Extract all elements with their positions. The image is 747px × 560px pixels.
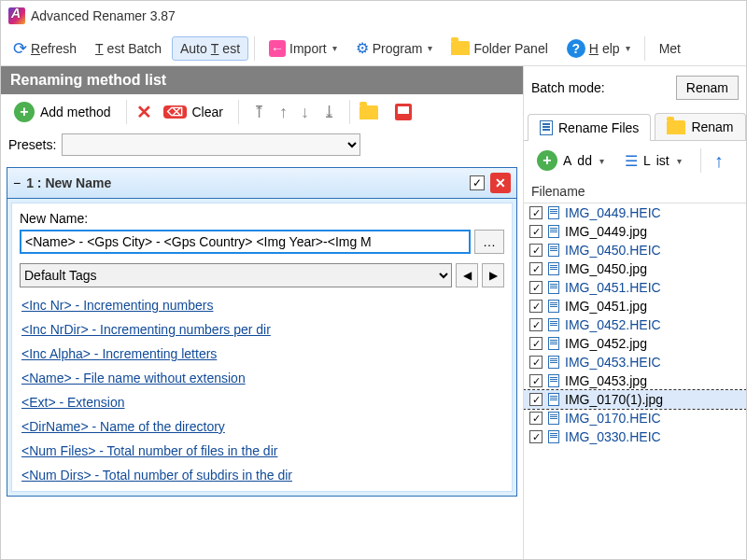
method-close-button[interactable]: ✕	[490, 173, 511, 193]
right-panel: Batch mode: Renam Rename Files Renam + A…	[524, 66, 746, 560]
file-icon	[548, 337, 559, 350]
toolbar-separator	[700, 148, 701, 173]
ellipsis-button[interactable]: …	[474, 230, 504, 254]
file-row[interactable]: ✓IMG_0450.HEIC	[524, 241, 746, 259]
file-row[interactable]: ✓IMG_0453.HEIC	[524, 353, 746, 371]
method-enabled-checkbox[interactable]: ✓	[470, 175, 485, 190]
file-checkbox[interactable]: ✓	[529, 374, 543, 387]
add-method-button[interactable]: + Add method	[8, 100, 117, 124]
file-checkbox[interactable]: ✓	[529, 430, 543, 443]
refresh-button[interactable]: ⟳ Refresh	[5, 34, 85, 63]
file-row[interactable]: ✓IMG_0170(1).jpg	[524, 390, 746, 409]
file-row[interactable]: ✓IMG_0452.jpg	[524, 334, 746, 353]
open-folder-button[interactable]	[359, 105, 378, 119]
method-toolbar: + Add method ✕ ⌫ Clear ⤒ ↑ ↓ ⤓	[1, 94, 523, 130]
tag-link[interactable]: <Inc Alpha> - Incrementing letters	[20, 342, 504, 366]
left-panel: Renaming method list + Add method ✕ ⌫ Cl…	[1, 66, 524, 560]
file-row[interactable]: ✓IMG_0170.HEIC	[524, 409, 746, 427]
file-checkbox[interactable]: ✓	[529, 356, 543, 369]
save-button[interactable]	[395, 104, 412, 120]
file-icon	[548, 356, 559, 369]
toolbar-separator	[349, 100, 350, 124]
file-name: IMG_0449.jpg	[565, 224, 647, 239]
tags-category-select[interactable]: Default Tags	[20, 263, 452, 287]
file-checkbox[interactable]: ✓	[529, 337, 543, 350]
file-icon	[548, 262, 559, 275]
met-button-truncated[interactable]: Met	[651, 36, 689, 61]
help-button[interactable]: ? Help	[558, 35, 639, 63]
file-checkbox[interactable]: ✓	[529, 262, 543, 275]
file-name: IMG_0453.jpg	[565, 373, 647, 388]
tag-link[interactable]: <Name> - File name without extension	[20, 366, 504, 390]
tag-link[interactable]: <Ext> - Extension	[20, 390, 504, 414]
column-filename-header[interactable]: Filename	[524, 180, 746, 203]
file-name: IMG_0453.HEIC	[565, 355, 661, 370]
file-checkbox[interactable]: ✓	[529, 225, 543, 238]
tag-link[interactable]: <Num Dirs> - Total number of subdirs in …	[20, 463, 504, 487]
batch-mode-label: Batch mode:	[531, 80, 605, 95]
list-button[interactable]: ☰ List	[619, 150, 687, 172]
tag-link[interactable]: <Num Files> - Total number of files in t…	[20, 439, 504, 463]
tag-link[interactable]: <DirName> - Name of the directory	[20, 414, 504, 439]
move-bottom-button[interactable]: ⤓	[318, 102, 340, 122]
collapse-icon[interactable]: −	[13, 175, 21, 190]
new-name-input[interactable]	[20, 230, 471, 254]
file-row[interactable]: ✓IMG_0451.HEIC	[524, 278, 746, 297]
file-row[interactable]: ✓IMG_0451.jpg	[524, 297, 746, 315]
add-files-button[interactable]: + Add	[531, 148, 610, 173]
folder-panel-button[interactable]: Folder Panel	[443, 36, 556, 61]
file-name: IMG_0449.HEIC	[565, 205, 661, 220]
file-name: IMG_0452.HEIC	[565, 317, 661, 332]
file-row[interactable]: ✓IMG_0330.HEIC	[524, 427, 746, 446]
toolbar-separator	[126, 100, 127, 124]
clear-button[interactable]: ⌫ Clear	[158, 103, 229, 121]
move-file-up-button[interactable]: ↑	[714, 150, 724, 172]
presets-select[interactable]	[62, 133, 360, 156]
file-icon	[548, 393, 559, 406]
test-batch-button[interactable]: Test Batch	[87, 36, 170, 61]
file-checkbox[interactable]: ✓	[529, 244, 543, 257]
file-list: ✓IMG_0449.HEIC✓IMG_0449.jpg✓IMG_0450.HEI…	[524, 203, 746, 446]
file-row[interactable]: ✓IMG_0452.HEIC	[524, 315, 746, 334]
file-checkbox[interactable]: ✓	[529, 300, 543, 313]
file-row[interactable]: ✓IMG_0449.HEIC	[524, 203, 746, 222]
program-button[interactable]: ⚙ Program	[347, 35, 442, 62]
move-top-button[interactable]: ⤒	[248, 102, 270, 122]
presets-label: Presets:	[8, 137, 56, 152]
clear-icon: ⌫	[163, 105, 187, 119]
delete-button[interactable]: ✕	[136, 101, 152, 123]
file-name: IMG_0330.HEIC	[565, 429, 661, 444]
toolbar-separator	[644, 36, 645, 61]
move-down-button[interactable]: ↓	[297, 103, 313, 122]
file-name: IMG_0451.jpg	[565, 299, 647, 314]
file-row[interactable]: ✓IMG_0449.jpg	[524, 222, 746, 241]
file-checkbox[interactable]: ✓	[529, 206, 543, 219]
tags-next-button[interactable]: ▶	[482, 263, 504, 287]
file-checkbox[interactable]: ✓	[529, 281, 543, 294]
import-button[interactable]: ← Import	[261, 35, 345, 62]
file-toolbar: + Add ☰ List ↑	[524, 141, 746, 180]
tag-link[interactable]: <Inc Nr> - Incrementing numbers	[20, 293, 504, 317]
tab-rename-files[interactable]: Rename Files	[528, 114, 651, 141]
file-row[interactable]: ✓IMG_0450.jpg	[524, 259, 746, 278]
new-name-label: New Name:	[20, 211, 504, 226]
tag-link[interactable]: <Inc NrDir> - Incrementing numbers per d…	[20, 317, 504, 342]
batch-mode-button[interactable]: Renam	[676, 76, 739, 100]
tab-rename-folders[interactable]: Renam	[655, 113, 745, 140]
file-icon	[548, 244, 559, 257]
move-up-button[interactable]: ↑	[275, 103, 291, 122]
file-checkbox[interactable]: ✓	[529, 412, 543, 425]
file-checkbox[interactable]: ✓	[529, 393, 543, 406]
presets-row: Presets:	[1, 130, 523, 163]
main-toolbar: ⟳ Refresh Test Batch Auto Test ← Import …	[1, 31, 746, 66]
file-name: IMG_0450.jpg	[565, 261, 647, 276]
method-card-header[interactable]: − 1 : New Name ✓ ✕	[7, 168, 516, 199]
list-icon: ☰	[625, 152, 638, 170]
file-icon	[548, 281, 559, 294]
auto-test-button[interactable]: Auto Test	[172, 36, 248, 61]
file-row[interactable]: ✓IMG_0453.jpg	[524, 371, 746, 390]
file-checkbox[interactable]: ✓	[529, 318, 543, 331]
method-card: − 1 : New Name ✓ ✕ New Name: … Default T…	[7, 167, 517, 497]
tags-prev-button[interactable]: ◀	[456, 263, 478, 287]
plus-icon: +	[14, 102, 35, 122]
